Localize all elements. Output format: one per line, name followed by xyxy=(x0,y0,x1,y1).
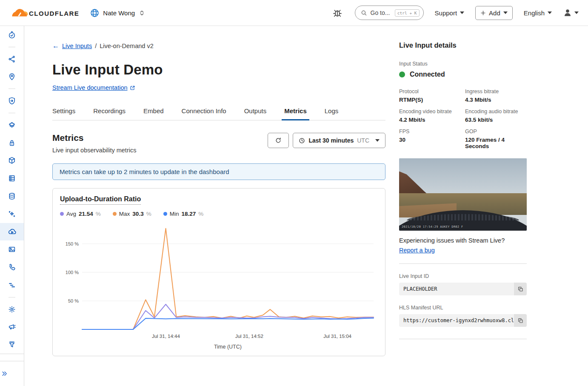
add-label: Add xyxy=(489,9,500,17)
layers-icon xyxy=(8,121,16,129)
metrics-subheading: Live input observability metrics xyxy=(52,147,136,154)
sidebar-item-lock[interactable] xyxy=(0,134,24,152)
sidebar-divider xyxy=(0,110,24,116)
legend-avg: Avg 21.54 % xyxy=(60,211,101,217)
sidebar-item-settings[interactable] xyxy=(0,300,24,318)
page-title: Live Input Demo xyxy=(52,62,385,78)
thumbnail-timestamp: 2021/10/20 17:54:29 AUKEY DR02 F xyxy=(402,225,463,229)
legend-avg-unit: % xyxy=(96,211,101,217)
brand-wordmark: CLOUDFLARE xyxy=(29,10,79,18)
report-bug-link[interactable]: Report a bug xyxy=(399,247,435,254)
sidebar-item-ai[interactable] xyxy=(0,205,24,223)
sidebar-divider xyxy=(0,86,24,92)
back-arrow-icon[interactable]: ← xyxy=(52,43,59,49)
tab-recordings[interactable]: Recordings xyxy=(93,103,126,120)
sidebar-item-images[interactable] xyxy=(0,240,24,258)
timezone-label: UTC xyxy=(357,137,369,144)
stream-cloud-play-icon xyxy=(8,227,17,236)
svg-text:150 %: 150 % xyxy=(66,241,79,246)
images-icon xyxy=(8,245,16,254)
time-range-label: Last 30 minutes xyxy=(308,137,354,144)
upload-ratio-card: Upload-to-Duration Ratio Avg 21.54 % Max… xyxy=(52,188,385,356)
svg-text:Jul 31, 15:04: Jul 31, 15:04 xyxy=(323,334,351,339)
language-label: English xyxy=(524,9,545,17)
input-status: Connected xyxy=(399,71,527,78)
stopwatch-check-icon xyxy=(8,31,16,39)
copy-hls-url-button[interactable] xyxy=(514,314,527,327)
megaphone-icon xyxy=(8,323,16,331)
sidebar-item-calls[interactable] xyxy=(0,258,24,276)
chevron-down-icon xyxy=(574,11,579,14)
legend-min: Min 18.27 % xyxy=(163,211,204,217)
doc-link-label: Stream Live documentation xyxy=(52,84,128,91)
legend-min-value: 18.27 xyxy=(181,211,196,217)
status-badge: Connected xyxy=(410,71,445,78)
svg-text:50 %: 50 % xyxy=(68,298,79,303)
sidebar-item-stream[interactable] xyxy=(0,223,24,241)
tab-metrics[interactable]: Metrics xyxy=(284,103,307,120)
sidebar-item-server[interactable] xyxy=(0,169,24,187)
detail-fps: FPS 30 xyxy=(399,129,461,149)
account-name: Nate Wong xyxy=(103,9,135,17)
sidebar-item-funnel[interactable] xyxy=(0,336,24,354)
input-status-label: Input Status xyxy=(399,61,527,67)
sidebar-item-layers[interactable] xyxy=(0,116,24,134)
status-dot-icon xyxy=(399,71,405,77)
time-range-dropdown[interactable]: Last 30 minutes UTC xyxy=(293,133,385,148)
refresh-button[interactable] xyxy=(268,133,289,148)
stream-docs-link[interactable]: Stream Live documentation xyxy=(52,84,135,91)
refresh-icon xyxy=(275,137,282,144)
support-menu[interactable]: Support xyxy=(435,9,465,17)
details-heading: Live Input details xyxy=(399,41,527,49)
tab-outputs[interactable]: Outputs xyxy=(244,103,267,120)
sidebar-expand-button[interactable] xyxy=(0,361,9,386)
global-search-input[interactable]: Go to... ctrl + K xyxy=(355,6,424,20)
sidebar-item-security[interactable] xyxy=(0,92,24,110)
user-menu[interactable] xyxy=(563,8,579,17)
hls-manifest-value: https://customer-igynxd2rwhmuoxw8.cloudf xyxy=(399,314,514,327)
live-input-id-label: Live Input ID xyxy=(399,273,527,279)
sidebar-item-stopwatch[interactable] xyxy=(0,26,24,44)
sidebar-item-storage[interactable] xyxy=(0,152,24,169)
tab-embed[interactable]: Embed xyxy=(143,103,164,120)
gear-icon xyxy=(8,305,16,314)
globe-icon xyxy=(90,9,99,17)
account-picker[interactable]: Nate Wong xyxy=(90,9,145,17)
chevron-down-icon xyxy=(375,139,380,142)
hls-manifest-field: https://customer-igynxd2rwhmuoxw8.cloudf xyxy=(399,314,527,327)
tab-connection-info[interactable]: Connection Info xyxy=(182,103,226,120)
detail-protocol: Protocol RTMP(S) xyxy=(399,89,461,103)
copy-live-input-id-button[interactable] xyxy=(514,283,527,295)
chart-legend: Avg 21.54 % Max 30.3 % Min 18.27 % xyxy=(60,211,378,217)
detail-audio-bitrate: Encoding audio bitrate 63.5 kbit/s xyxy=(465,109,527,123)
tab-bar: Settings Recordings Embed Connection Inf… xyxy=(52,103,385,120)
lock-icon xyxy=(8,139,16,147)
breadcrumb: ← Live Inputs / Live-on-Demand v2 xyxy=(52,43,385,49)
details-grid: Protocol RTMP(S) Ingress bitrate 4.3 Mbi… xyxy=(399,89,527,149)
legend-dot-avg xyxy=(60,212,64,216)
funnel-icon xyxy=(8,340,16,349)
sidebar-item-levels[interactable] xyxy=(0,276,24,294)
sidebar-item-announce[interactable] xyxy=(0,318,24,336)
panel-divider xyxy=(399,339,527,339)
breadcrumb-current: Live-on-Demand v2 xyxy=(100,43,154,49)
sidebar-item-location[interactable] xyxy=(0,68,24,86)
top-header: CLOUDFLARE Nate Wong xyxy=(0,0,588,26)
cloudflare-cloud-icon xyxy=(6,7,28,18)
icon-sidebar xyxy=(0,26,24,386)
database-icon xyxy=(8,192,16,200)
language-menu[interactable]: English xyxy=(524,9,552,17)
bug-report-icon[interactable] xyxy=(331,5,344,20)
tab-settings[interactable]: Settings xyxy=(52,103,75,120)
sidebar-item-network[interactable] xyxy=(0,50,24,68)
sidebar-item-database[interactable] xyxy=(0,187,24,205)
cube-icon xyxy=(8,156,16,165)
live-preview-thumbnail: 2021/10/20 17:54:29 AUKEY DR02 F xyxy=(399,158,527,231)
add-button[interactable]: Add xyxy=(475,6,513,20)
phone-icon xyxy=(8,263,16,272)
cloudflare-logo[interactable]: CLOUDFLARE xyxy=(6,7,79,18)
legend-dot-min xyxy=(163,212,167,216)
share-network-icon xyxy=(8,55,16,63)
breadcrumb-live-inputs-link[interactable]: Live Inputs xyxy=(62,43,92,49)
tab-logs[interactable]: Logs xyxy=(325,103,339,120)
